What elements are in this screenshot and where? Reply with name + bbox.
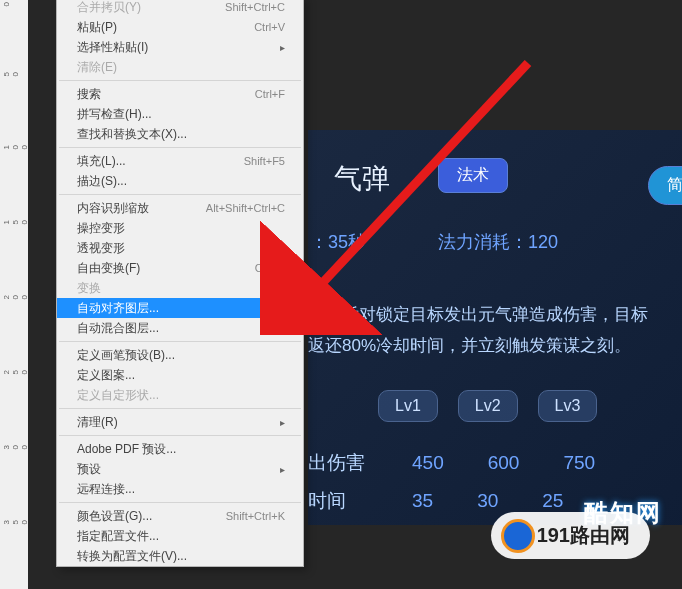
- menu-item-label: 远程连接...: [77, 481, 135, 498]
- cell: 750: [563, 452, 595, 474]
- skill-description: 蓄力后对锁定目标发出元气弹造成伤害，目标 返还80%冷却时间，并立刻触发策谋之刻…: [308, 300, 682, 361]
- menu-item-shortcut: Shift+F5: [244, 155, 285, 167]
- menu-item-shortcut: Ctrl+T: [255, 262, 285, 274]
- row-label: 时间: [308, 488, 368, 514]
- menu-item[interactable]: 远程连接...: [57, 479, 303, 499]
- cell: 25: [542, 490, 563, 512]
- chevron-right-icon: [280, 40, 285, 54]
- ruler-tick: 100: [2, 145, 29, 149]
- menu-item-label: 定义图案...: [77, 367, 135, 384]
- menu-item[interactable]: 清理(R): [57, 412, 303, 432]
- menu-item[interactable]: Adobe PDF 预设...: [57, 439, 303, 459]
- menu-separator: [59, 408, 301, 409]
- watermark-191: 191路由网: [491, 512, 650, 559]
- cell: 35: [412, 490, 433, 512]
- menu-item: 变换: [57, 278, 303, 298]
- menu-item[interactable]: 指定配置文件...: [57, 526, 303, 546]
- table-row: 出伤害 450 600 750: [308, 450, 595, 476]
- menu-separator: [59, 435, 301, 436]
- menu-item[interactable]: 颜色设置(G)...Shift+Ctrl+K: [57, 506, 303, 526]
- chevron-right-icon: [280, 415, 285, 429]
- menu-item[interactable]: 自动对齐图层...: [57, 298, 303, 318]
- ruler-tick: 50: [2, 72, 20, 76]
- menu-item-label: 清理(R): [77, 414, 118, 431]
- menu-item-label: 选择性粘贴(I): [77, 39, 148, 56]
- level-badge: Lv1: [378, 390, 438, 422]
- menu-item[interactable]: 定义图案...: [57, 365, 303, 385]
- menu-item-label: 拼写检查(H)...: [77, 106, 152, 123]
- menu-item-label: 操控变形: [77, 220, 125, 237]
- mana-label: 法力消耗：120: [438, 230, 558, 254]
- menu-item[interactable]: 内容识别缩放Alt+Shift+Ctrl+C: [57, 198, 303, 218]
- ruler-tick: 0: [2, 2, 11, 6]
- menu-item-label: 颜色设置(G)...: [77, 508, 152, 525]
- cooldown-label: ：35秒: [310, 230, 366, 254]
- menu-separator: [59, 341, 301, 342]
- menu-item-label: 内容识别缩放: [77, 200, 149, 217]
- desc-line: 返还80%冷却时间，并立刻触发策谋之刻。: [308, 336, 631, 355]
- menu-item-shortcut: Alt+Shift+Ctrl+C: [206, 202, 285, 214]
- ruler-tick: 300: [2, 445, 29, 449]
- menu-separator: [59, 80, 301, 81]
- cell: 600: [488, 452, 520, 474]
- desc-line: 蓄力后对锁定目标发出元气弹造成伤害，目标: [308, 305, 648, 324]
- game-skill-panel: 气弹 法术 简 ：35秒 法力消耗：120 蓄力后对锁定目标发出元气弹造成伤害，…: [308, 130, 682, 525]
- menu-item-label: 合并拷贝(Y): [77, 0, 141, 16]
- menu-item-label: 清除(E): [77, 59, 117, 76]
- menu-item-label: 自由变换(F): [77, 260, 140, 277]
- menu-item[interactable]: 描边(S)...: [57, 171, 303, 191]
- skill-title: 气弹: [334, 160, 390, 198]
- menu-item-shortcut: Shift+Ctrl+C: [225, 1, 285, 13]
- menu-item-label: 转换为配置文件(V)...: [77, 548, 187, 565]
- cell: 450: [412, 452, 444, 474]
- menu-item-shortcut: Shift+Ctrl+K: [226, 510, 285, 522]
- menu-item: 清除(E): [57, 57, 303, 77]
- menu-item[interactable]: 转换为配置文件(V)...: [57, 546, 303, 566]
- menu-item-label: 查找和替换文本(X)...: [77, 126, 187, 143]
- table-row: 时间 35 30 25: [308, 488, 563, 514]
- vertical-ruler: 0 50 100 150 200 250 300 350: [0, 0, 28, 589]
- menu-item-label: 填充(L)...: [77, 153, 126, 170]
- menu-item[interactable]: 填充(L)...Shift+F5: [57, 151, 303, 171]
- menu-item[interactable]: 定义画笔预设(B)...: [57, 345, 303, 365]
- menu-item[interactable]: 粘贴(P)Ctrl+V: [57, 17, 303, 37]
- menu-item-shortcut: Ctrl+V: [254, 21, 285, 33]
- menu-item[interactable]: 拼写检查(H)...: [57, 104, 303, 124]
- menu-item-label: 预设: [77, 461, 101, 478]
- menu-item[interactable]: 透视变形: [57, 238, 303, 258]
- menu-separator: [59, 194, 301, 195]
- menu-item-label: 自动混合图层...: [77, 320, 159, 337]
- menu-item: 定义自定形状...: [57, 385, 303, 405]
- menu-item-shortcut: Ctrl+F: [255, 88, 285, 100]
- menu-item-label: 变换: [77, 280, 101, 297]
- menu-item[interactable]: 操控变形: [57, 218, 303, 238]
- menu-item[interactable]: 查找和替换文本(X)...: [57, 124, 303, 144]
- chevron-right-icon: [280, 281, 285, 295]
- menu-item-label: 指定配置文件...: [77, 528, 159, 545]
- menu-item[interactable]: 自由变换(F)Ctrl+T: [57, 258, 303, 278]
- menu-item-label: 自动对齐图层...: [77, 300, 159, 317]
- menu-item[interactable]: 选择性粘贴(I): [57, 37, 303, 57]
- ruler-tick: 200: [2, 295, 29, 299]
- menu-item[interactable]: 搜索Ctrl+F: [57, 84, 303, 104]
- menu-item-label: 定义自定形状...: [77, 387, 159, 404]
- menu-item-label: 搜索: [77, 86, 101, 103]
- level-header-row: Lv1 Lv2 Lv3: [378, 390, 597, 422]
- menu-item[interactable]: 自动混合图层...: [57, 318, 303, 338]
- cell: 30: [477, 490, 498, 512]
- level-badge: Lv3: [538, 390, 598, 422]
- chevron-right-icon: [280, 462, 285, 476]
- ruler-tick: 350: [2, 520, 29, 524]
- menu-item-label: 定义画笔预设(B)...: [77, 347, 175, 364]
- level-badge: Lv2: [458, 390, 518, 422]
- menu-item-label: Adobe PDF 预设...: [77, 441, 176, 458]
- menu-item: 合并拷贝(Y)Shift+Ctrl+C: [57, 0, 303, 17]
- skill-type-badge: 法术: [438, 158, 508, 193]
- ruler-tick: 150: [2, 220, 29, 224]
- menu-item[interactable]: 预设: [57, 459, 303, 479]
- menu-separator: [59, 502, 301, 503]
- menu-separator: [59, 147, 301, 148]
- row-label: 出伤害: [308, 450, 368, 476]
- mode-badge[interactable]: 简: [648, 166, 682, 205]
- edit-context-menu[interactable]: 合并拷贝(Y)Shift+Ctrl+C粘贴(P)Ctrl+V选择性粘贴(I)清除…: [56, 0, 304, 567]
